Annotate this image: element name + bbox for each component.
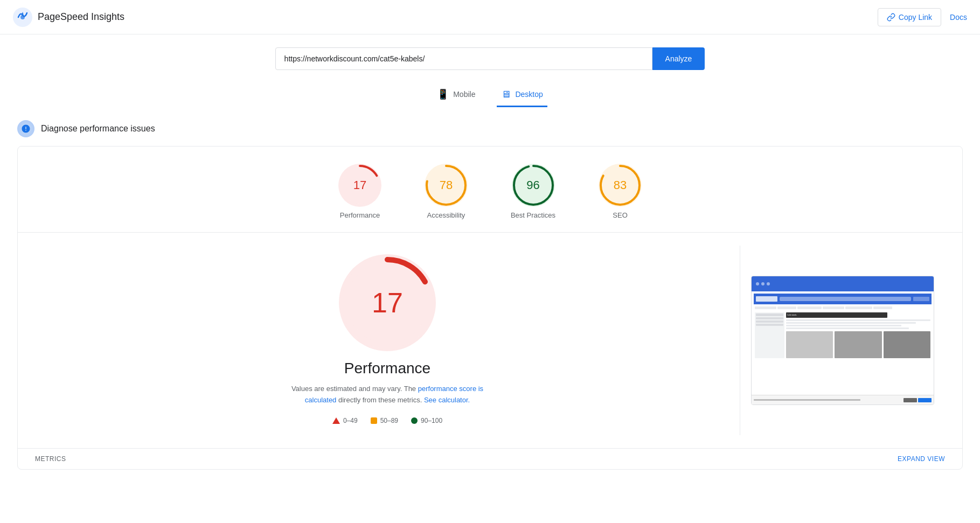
url-input[interactable] <box>275 47 652 70</box>
browser-dot-3 <box>767 282 770 285</box>
perf-calculator-link[interactable]: See calculator. <box>424 396 470 404</box>
search-area: Analyze <box>0 34 980 79</box>
score-circles-row: 17 Performance 78 Accessibility <box>18 147 962 232</box>
screenshot-browser-bar <box>752 276 934 291</box>
browser-dot-1 <box>756 282 759 285</box>
score-item-performance: 17 Performance <box>338 164 381 219</box>
diagnose-icon <box>17 120 34 137</box>
tab-desktop-label: Desktop <box>515 90 543 99</box>
perf-desc-before: Values are estimated and may vary. The <box>291 385 416 393</box>
analyze-button[interactable]: Analyze <box>652 47 705 70</box>
score-circle-performance: 17 <box>338 164 381 207</box>
tab-mobile[interactable]: 📱 Mobile <box>433 83 479 107</box>
svg-point-1 <box>20 15 25 19</box>
screenshot-content: Cat5e kabels <box>752 291 934 405</box>
scores-card: 17 Performance 78 Accessibility <box>17 146 963 470</box>
score-circle-seo: 83 <box>599 164 642 207</box>
header: PageSpeed Insights Copy Link Docs <box>0 0 980 34</box>
tab-desktop[interactable]: 🖥 Desktop <box>497 83 547 107</box>
score-circle-accessibility: 78 <box>425 164 468 207</box>
legend-item-low: 0–49 <box>332 417 358 424</box>
screenshot-panel: Cat5e kabels <box>740 246 945 435</box>
score-label-performance: Performance <box>340 211 380 219</box>
score-item-best-practices: 96 Best Practices <box>511 164 555 219</box>
legend-medium-range: 50–89 <box>380 417 398 424</box>
copy-link-button[interactable]: Copy Link <box>878 8 941 26</box>
score-circle-best-practices: 96 <box>512 164 555 207</box>
legend-low-range: 0–49 <box>343 417 358 424</box>
metrics-label: METRICS <box>35 455 66 463</box>
copy-link-label: Copy Link <box>899 13 932 22</box>
main-content: 17 Performance Values are estimated and … <box>18 233 962 448</box>
app-title: PageSpeed Insights <box>38 11 124 23</box>
performance-panel: 17 Performance Values are estimated and … <box>35 246 740 435</box>
perf-desc-middle: directly from these metrics. <box>338 396 424 404</box>
perf-title: Performance <box>344 360 430 377</box>
legend: 0–49 50–89 90–100 <box>332 417 442 424</box>
score-item-accessibility: 78 Accessibility <box>425 164 468 219</box>
mobile-icon: 📱 <box>437 88 449 100</box>
score-value-accessibility: 78 <box>440 178 453 192</box>
large-gauge-value: 17 <box>372 287 403 319</box>
desktop-icon: 🖥 <box>501 89 511 100</box>
score-value-seo: 83 <box>614 178 627 192</box>
score-label-best-practices: Best Practices <box>511 211 555 219</box>
expand-view-link[interactable]: Expand view <box>898 455 945 463</box>
legend-item-medium: 50–89 <box>371 417 398 424</box>
large-gauge: 17 <box>339 254 436 351</box>
score-label-seo: SEO <box>613 211 627 219</box>
tabs-row: 📱 Mobile 🖥 Desktop <box>0 79 980 107</box>
legend-high-range: 90–100 <box>421 417 442 424</box>
diagnose-section: Diagnose performance issues <box>0 111 980 142</box>
score-value-best-practices: 96 <box>526 178 539 192</box>
legend-triangle-icon <box>332 417 340 424</box>
logo-area: PageSpeed Insights <box>13 8 124 27</box>
perf-description: Values are estimated and may vary. The p… <box>285 383 490 406</box>
screenshot-preview: Cat5e kabels <box>751 276 934 405</box>
legend-item-high: 90–100 <box>411 417 442 424</box>
metrics-footer: METRICS Expand view <box>18 448 962 469</box>
browser-dot-2 <box>761 282 764 285</box>
docs-link[interactable]: Docs <box>950 13 967 22</box>
legend-circle-icon <box>411 417 418 424</box>
score-item-seo: 83 SEO <box>599 164 642 219</box>
pagespeed-logo-icon <box>13 8 32 27</box>
tab-mobile-label: Mobile <box>453 90 475 99</box>
score-value-performance: 17 <box>353 178 366 192</box>
header-right: Copy Link Docs <box>878 8 967 26</box>
link-icon <box>887 13 895 22</box>
score-label-accessibility: Accessibility <box>427 211 465 219</box>
legend-square-icon <box>371 417 377 424</box>
diagnose-title: Diagnose performance issues <box>41 124 155 134</box>
